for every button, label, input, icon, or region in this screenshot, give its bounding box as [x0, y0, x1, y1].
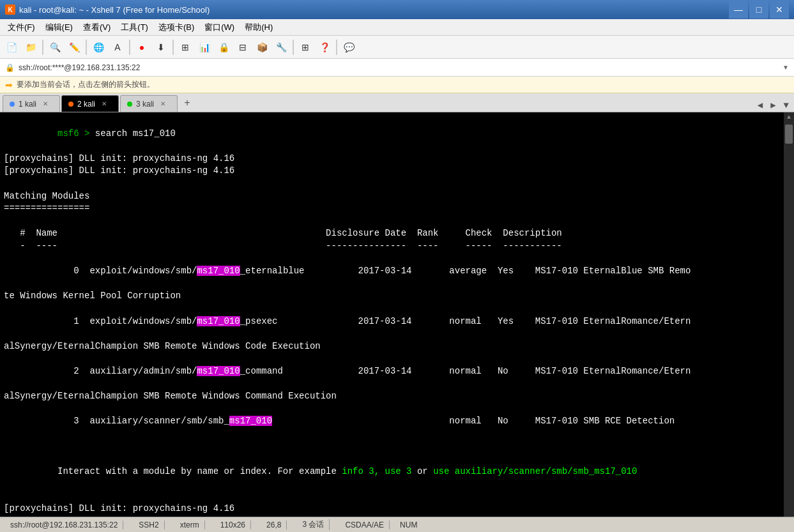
terminal-line-13: alSynergy/EternalChampion SMB Remote Win… [4, 340, 780, 353]
status-terminal: xterm [175, 521, 205, 529]
mod1-highlight: ms17_010 [197, 316, 240, 326]
tab-nav-prev[interactable]: ◀ [755, 98, 765, 112]
mod3-highlight: ms17_010 [229, 416, 272, 426]
tab-1-close[interactable]: ✕ [43, 100, 48, 107]
tab-3[interactable]: 3 kali ✕ [120, 95, 178, 112]
tab-2-indicator [68, 102, 73, 107]
bookmark-text: 要添加当前会话，点击左侧的箭头按钮。 [17, 79, 155, 90]
mod0-num: 0 exploit/windows/smb/ [57, 266, 197, 276]
menu-help[interactable]: 帮助(H) [240, 20, 278, 34]
terminal-line-12: 1 exploit/windows/smb/ms17_010_psexec 20… [4, 303, 780, 340]
toolbar-btn8[interactable]: 📊 [195, 38, 213, 56]
address-bar: 🔒 ssh://root:****@192.168.231.135:22 ▼ [0, 59, 794, 77]
minimize-button[interactable]: — [729, 1, 748, 19]
menu-file[interactable]: 文件(F) [3, 20, 40, 34]
tab-2[interactable]: 2 kali ✕ [61, 95, 119, 112]
terminal-wrapper: msf6 > search ms17_010 [proxychains] DLL… [0, 112, 794, 517]
status-protocol: SSH2 [134, 521, 164, 529]
toolbar-btn9[interactable]: 🔒 [215, 38, 233, 56]
terminal[interactable]: msf6 > search ms17_010 [proxychains] DLL… [0, 112, 784, 517]
title-text: kali - root@kali: ~ - Xshell 7 (Free for… [19, 5, 210, 15]
terminal-line-7 [4, 215, 780, 228]
tab-nav-dropdown[interactable]: ▼ [781, 99, 791, 112]
toolbar-sep-4 [172, 40, 174, 55]
status-bar: ssh://root@192.168.231.135:22 SSH2 xterm… [0, 517, 794, 532]
interact-mid [379, 466, 385, 476]
terminal-scrollbar[interactable]: ▲ [784, 112, 794, 517]
toolbar-btn3[interactable]: 🌐 [89, 38, 107, 56]
tab-1-indicator [10, 102, 15, 107]
tab-nav: ◀ ▶ ▼ [755, 98, 791, 112]
tab-1[interactable]: 1 kali ✕ [3, 95, 60, 112]
terminal-line-20: [proxychains] DLL init: proxychains-ng 4… [4, 515, 780, 517]
interact-info: info 3, [342, 466, 379, 476]
terminal-line-11: te Windows Kernel Pool Corruption [4, 290, 780, 303]
proxy-1: [proxychains] DLL init: proxychains-ng 4… [4, 153, 234, 163]
matching-modules-label: Matching Modules [4, 191, 89, 201]
mod3-num: 3 auxiliary/scanner/smb/smb_ [57, 416, 229, 426]
address-dropdown-icon[interactable]: ▼ [783, 64, 789, 71]
toolbar-btn7[interactable]: ⊞ [176, 38, 194, 56]
scroll-up-arrow[interactable]: ▲ [786, 112, 792, 122]
mod3-rest: normal No MS17-010 SMB RCE Detection [272, 416, 675, 426]
proxy-2: [proxychains] DLL init: proxychains-ng 4… [4, 165, 234, 176]
toolbar-btn14[interactable]: ❓ [316, 38, 333, 56]
menu-view[interactable]: 查看(V) [78, 20, 116, 34]
terminal-line-14: 2 auxiliary/admin/smb/ms17_010_command 2… [4, 353, 780, 390]
terminal-line-1: msf6 > search ms17_010 [4, 115, 780, 153]
toolbar-btn10[interactable]: ⊟ [234, 38, 252, 56]
proxy-4: [proxychains] DLL init: proxychains-ng 4… [4, 516, 234, 517]
tabs-bar: 1 kali ✕ 2 kali ✕ 3 kali ✕ + ◀ ▶ ▼ [0, 93, 794, 112]
tab-3-close[interactable]: ✕ [160, 100, 165, 107]
bookmark-bar: ➡ 要添加当前会话，点击左侧的箭头按钮。 [0, 77, 794, 93]
toolbar-btn11[interactable]: 📦 [253, 38, 271, 56]
terminal-line-10: 0 exploit/windows/smb/ms17_010_eternalbl… [4, 253, 780, 291]
toolbar-btn12[interactable]: 🔧 [272, 38, 290, 56]
terminal-line-15: alSynergy/EternalChampion SMB Remote Win… [4, 390, 780, 403]
tab-nav-next[interactable]: ▶ [768, 98, 778, 112]
toolbar-sep-2 [86, 40, 87, 55]
mod2-highlight: ms17_010 [197, 366, 240, 376]
menu-tools[interactable]: 工具(T) [116, 20, 153, 34]
status-position: 26,8 [261, 521, 287, 529]
interact-or: or [412, 466, 434, 476]
mod2-cont: alSynergy/EternalChampion SMB Remote Win… [4, 391, 337, 401]
toolbar-btn2[interactable]: ✏️ [65, 38, 83, 56]
toolbar-search[interactable]: 🔍 [46, 38, 64, 56]
toolbar-sep-5 [293, 40, 294, 55]
toolbar-btn15[interactable]: 💬 [340, 38, 358, 56]
main-container: K kali - root@kali: ~ - Xshell 7 (Free f… [0, 0, 794, 532]
toolbar-btn5[interactable]: ● [133, 38, 151, 56]
terminal-line-5: Matching Modules [4, 190, 780, 203]
menu-window[interactable]: 窗口(W) [199, 20, 240, 34]
scroll-thumb[interactable] [785, 125, 793, 144]
interact-use: use 3 [385, 466, 412, 476]
tab-add-button[interactable]: + [179, 95, 195, 112]
toolbar-btn6[interactable]: ⬇ [152, 38, 170, 56]
terminal-line-6: ================ [4, 202, 780, 215]
bookmark-arrow-icon: ➡ [5, 80, 13, 90]
menu-tabs[interactable]: 选项卡(B) [153, 20, 199, 34]
toolbar-open[interactable]: 📁 [22, 38, 40, 56]
mod1-rest: _psexec 2017-03-14 normal Yes MS17-010 E… [240, 316, 691, 326]
toolbar-btn4[interactable]: A [109, 38, 126, 56]
toolbar-new[interactable]: 📄 [3, 38, 20, 56]
terminal-interact-line: Interact with a module by name or index.… [4, 453, 780, 490]
maximize-button[interactable]: □ [749, 1, 768, 19]
tab-2-close[interactable]: ✕ [102, 100, 107, 107]
menu-edit[interactable]: 编辑(E) [40, 20, 78, 34]
mod2-num: 2 auxiliary/admin/smb/ [57, 366, 197, 376]
cmd-1: search ms17_010 [95, 128, 176, 139]
tab-2-label: 2 kali [77, 100, 95, 109]
terminal-line-18 [4, 490, 780, 503]
status-connection: ssh://root@192.168.231.135:22 [5, 521, 123, 529]
terminal-line-4 [4, 178, 780, 190]
title-bar-controls: — □ ✕ [729, 1, 789, 19]
toolbar-btn13[interactable]: ⊞ [296, 38, 314, 56]
terminal-line-2: [proxychains] DLL init: proxychains-ng 4… [4, 153, 780, 165]
toolbar-sep-6 [336, 40, 337, 55]
toolbar-sep-1 [42, 40, 43, 55]
terminal-line-3: [proxychains] DLL init: proxychains-ng 4… [4, 165, 780, 178]
close-button[interactable]: ✕ [770, 1, 789, 19]
mod1-cont: alSynergy/EternalChampion SMB Remote Win… [4, 341, 321, 351]
